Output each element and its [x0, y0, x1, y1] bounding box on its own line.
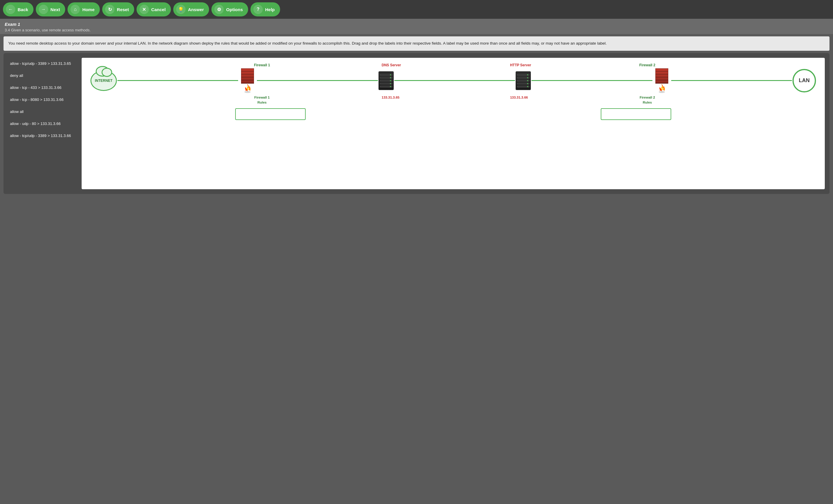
connector-3	[394, 80, 515, 81]
answer-icon: 💡	[176, 5, 186, 14]
cancel-icon: ✕	[140, 5, 149, 14]
question-box: You need remote desktop access to your d…	[3, 36, 830, 51]
dns-node	[379, 71, 394, 90]
dns-slot-2	[380, 77, 392, 79]
fw1-drop-zone[interactable]	[235, 108, 306, 120]
help-button[interactable]: ? Help	[251, 2, 280, 17]
exam-title: Exam 1	[5, 22, 828, 27]
diagram-inner: Firewall 1 DNS Server HTTP Server F	[88, 62, 819, 120]
internet-label: INTERNET	[95, 79, 113, 83]
connector-4	[531, 80, 652, 81]
options-icon: ⚙	[214, 5, 224, 14]
reset-icon: ↻	[105, 5, 115, 14]
connector-5	[671, 80, 792, 81]
reset-button[interactable]: ↻ Reset	[102, 2, 134, 17]
http-bottom-label: 133.31.3.66	[510, 96, 528, 99]
label-item-3[interactable]: allow - tcp - 8080 > 133.31.3.66	[8, 96, 76, 103]
dns-slot-3	[380, 80, 392, 81]
http-top-label: HTTP Server	[510, 63, 531, 67]
label-item-0[interactable]: allow - tcp/udp - 3389 > 133.31.3.65	[8, 60, 76, 67]
firewall1-icon	[239, 68, 256, 93]
exam-subtitle: 3.4 Given a scenario, use remote access …	[5, 28, 828, 32]
answer-button[interactable]: 💡 Answer	[173, 2, 209, 17]
fw2-fire-icon	[657, 84, 667, 93]
dns-slot-1	[380, 74, 392, 76]
http-slot-4	[517, 83, 529, 84]
help-icon: ?	[254, 5, 263, 14]
http-slot-5	[517, 86, 529, 87]
cancel-button[interactable]: ✕ Cancel	[137, 2, 171, 17]
dns-led-3	[390, 80, 391, 81]
http-led-2	[527, 77, 528, 78]
lan-node: LAN	[792, 69, 816, 93]
next-button[interactable]: → Next	[36, 2, 66, 17]
internet-cloud: INTERNET	[91, 70, 117, 91]
http-led-4	[527, 83, 528, 84]
dns-led-1	[390, 74, 391, 75]
internet-node: INTERNET	[91, 70, 117, 91]
label-item-6[interactable]: allow - tcp/udp - 3389 > 133.31.3.66	[8, 132, 76, 139]
fw2-bottom-label: Firewall 2Rules	[640, 96, 655, 104]
back-button[interactable]: ← Back	[3, 2, 33, 17]
lan-circle: LAN	[792, 69, 816, 93]
diagram-panel: Firewall 1 DNS Server HTTP Server F	[81, 58, 825, 189]
fw2-drop-zone[interactable]	[601, 108, 671, 120]
fw2-top-label: Firewall 2	[639, 63, 656, 67]
label-item-5[interactable]: allow - udp - 80 > 133.31.3.66	[8, 120, 76, 127]
dns-slot-5	[380, 86, 392, 87]
fw1-bottom-label: Firewall 1Rules	[254, 96, 269, 104]
main-content: allow - tcp/udp - 3389 > 133.31.3.65 den…	[3, 53, 830, 194]
next-icon: →	[39, 5, 48, 14]
http-slot-3	[517, 80, 529, 81]
dns-top-label: DNS Server	[382, 63, 401, 67]
question-text: You need remote desktop access to your d…	[8, 41, 606, 46]
toolbar: ← Back → Next ⌂ Home ↻ Reset ✕ Cancel 💡 …	[0, 0, 833, 19]
firewall2-icon	[653, 68, 671, 93]
dns-bottom-label: 133.31.3.65	[382, 96, 400, 99]
dns-led-5	[390, 86, 391, 87]
back-icon: ←	[6, 5, 15, 14]
dns-slot-4	[380, 83, 392, 84]
connector-1	[117, 80, 238, 81]
lan-label: LAN	[799, 77, 810, 84]
firewall2-node	[653, 68, 671, 93]
dns-led-4	[390, 83, 391, 84]
http-server-icon	[516, 71, 531, 90]
label-item-2[interactable]: allow - tcp - 433 > 133.31.3.66	[8, 84, 76, 91]
http-slot-1	[517, 74, 529, 76]
firewall1-node	[239, 68, 256, 93]
fw2-brick	[656, 68, 668, 84]
drop-zones-row	[88, 108, 819, 120]
dns-led-2	[390, 77, 391, 78]
label-item-4[interactable]: allow all	[8, 108, 76, 115]
http-led-1	[527, 74, 528, 75]
labels-panel: allow - tcp/udp - 3389 > 133.31.3.65 den…	[8, 58, 76, 189]
connector-2	[257, 80, 378, 81]
label-item-1[interactable]: deny all	[8, 72, 76, 79]
dns-server-icon	[379, 71, 394, 90]
home-icon: ⌂	[70, 5, 80, 14]
exam-header: Exam 1 3.4 Given a scenario, use remote …	[0, 19, 833, 34]
http-node	[516, 71, 531, 90]
http-led-3	[527, 80, 528, 81]
options-button[interactable]: ⚙ Options	[211, 2, 248, 17]
fw1-top-label: Firewall 1	[254, 63, 270, 67]
http-led-5	[527, 86, 528, 87]
fw1-fire-icon	[242, 84, 253, 93]
fw1-brick	[241, 68, 254, 84]
http-slot-2	[517, 77, 529, 79]
home-button[interactable]: ⌂ Home	[68, 2, 100, 17]
